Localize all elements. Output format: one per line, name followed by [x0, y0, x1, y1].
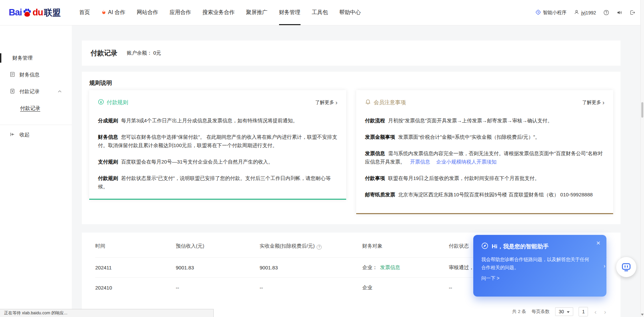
smart-miniprogram-link[interactable]: 智能小程序 [535, 9, 567, 16]
nav-right-cluster: 智能小程序 jyj1992 [535, 9, 635, 16]
cell-actual: 9001.83 [260, 257, 362, 277]
nav-label: 帮助中心 [339, 9, 361, 16]
invoice-open-info-link[interactable]: 开票信息 [410, 159, 430, 165]
small-taxpayer-notice-link[interactable]: 企业小规模纳税人开票须知 [436, 159, 496, 165]
rule-item: 付款事项联盟在每月19日之后签收的发票，付款时间安排在下个月首批支付。 [365, 174, 604, 182]
robot-icon [621, 261, 632, 273]
payment-rules-icon [98, 99, 104, 106]
nav-label: 应用合作 [170, 9, 191, 16]
username: jyj1992 [581, 10, 596, 15]
page-number-button[interactable]: 1 [579, 307, 588, 316]
rules-section-title: 规则说明 [89, 79, 613, 87]
balance-value: 0元 [153, 50, 161, 56]
speaker-icon[interactable] [616, 10, 622, 15]
nav-label: 搜索业务合作 [203, 9, 235, 16]
nav-item-website-cooperation[interactable]: 网站合作 [131, 0, 164, 25]
sidebar-item-finance-management[interactable]: 财务管理 [0, 50, 72, 66]
nav-item-toolkit[interactable]: 工具包 [306, 0, 334, 25]
next-page-button[interactable] [603, 309, 607, 315]
top-navigation: Bai du 联盟 首页 AI 合作 网站合作 应用合作 [0, 0, 644, 25]
chevron-right-icon [334, 100, 337, 106]
rule-item: 付款规则若付款状态显示“已支付”，说明联盟已安排了您的付款。支付后三个工作日内到… [98, 174, 337, 191]
rule-item: 发票信息需与系统内发票信息内容完全一致，否则无法支付。请根据发票信息页面中“百度… [365, 149, 604, 166]
cell-estimated: 9001.83 [176, 257, 260, 277]
logout-icon[interactable] [630, 10, 635, 15]
member-notes-card: 会员注意事项 了解更多 付款流程月初按“发票信息”页面开具发票→上传发票→邮寄发… [356, 90, 613, 214]
cell-entity: 企业：发票信息 [362, 257, 449, 277]
scrollbar-down-arrow[interactable] [641, 314, 644, 316]
rule-item: 财务信息您可以在财务信息中选择“保留付款”。 在此期间您产生的收入将在账户内进行… [98, 133, 337, 149]
page-header-card: 付款记录 账户余额： 0元 [82, 41, 621, 66]
cell-time: 202410 [95, 277, 176, 298]
nav-item-search-cooperation[interactable]: 搜索业务合作 [197, 0, 240, 25]
prev-page-button[interactable] [593, 309, 597, 315]
sidebar-item-finance-info[interactable]: 财务信息 [0, 66, 72, 83]
sidebar-label: 财务管理 [12, 55, 33, 61]
nav-item-ai-cooperation[interactable]: AI 合作 [96, 0, 131, 25]
balance-label: 账户余额： [127, 50, 152, 56]
miniprogram-icon [535, 9, 541, 16]
payment-rules-card: 付款规则 了解更多 分成规则每月第3或4个工作日产出上月分成信息及发票信息，如有… [89, 90, 346, 200]
rule-item: 邮寄纸质发票北京市海淀区西北旺东路10号院百度科技园5号楼 百度联盟财务组（收）… [365, 190, 604, 199]
miniprogram-label: 智能小程序 [543, 10, 567, 16]
rules-section: 规则说明 付款规则 了解更多 分成规则每月第3或4个工作 [82, 72, 621, 224]
nav-item-finance-management[interactable]: 财务管理 [273, 0, 306, 25]
assistant-popup: Hi，我是您的智能助手 我会帮助您诊断合作链路问题，以及解答您关于任何合作相关的… [473, 235, 606, 297]
learn-more-link[interactable]: 了解更多 [582, 100, 604, 106]
page-title: 付款记录 [91, 49, 117, 58]
sidebar-collapse-button[interactable]: 收起 [0, 126, 72, 143]
col-time: 时间 [95, 235, 176, 257]
rule-item: 付款流程月初按“发票信息”页面开具发票→上传发票→邮寄发票→审核→确认支付。 [365, 116, 604, 125]
learn-more-link[interactable]: 了解更多 [315, 100, 337, 106]
nav-label: 财务管理 [279, 9, 301, 16]
nav-item-home[interactable]: 首页 [73, 0, 96, 25]
finance-info-icon [10, 72, 15, 78]
fire-icon [101, 9, 106, 16]
question-circle-icon[interactable] [317, 245, 322, 250]
assistant-robot-button[interactable] [616, 257, 636, 277]
logo-text-bai: Bai [9, 7, 22, 18]
chevron-right-icon [601, 100, 604, 106]
chevron-up-icon [58, 90, 62, 93]
logo-text-union: 联盟 [44, 7, 61, 18]
baidu-union-logo[interactable]: Bai du 联盟 [9, 7, 61, 18]
user-account[interactable]: jyj1992 [574, 9, 596, 16]
sidebar: 财务管理 财务信息 付款记录 付款记录 收起 [0, 25, 72, 317]
page-size-select[interactable]: 30 [555, 307, 574, 316]
learn-more-label: 了解更多 [315, 100, 334, 106]
cell-time: 202411 [95, 257, 176, 277]
sidebar-label: 收起 [19, 132, 30, 138]
card-title: 付款规则 [107, 99, 128, 106]
nav-item-app-cooperation[interactable]: 应用合作 [164, 0, 197, 25]
assistant-title: Hi，我是您的智能助手 [492, 243, 549, 250]
nav-item-help-center[interactable]: 帮助中心 [334, 0, 367, 25]
vertical-scrollbar[interactable] [640, 0, 644, 317]
nav-item-screen-promotion[interactable]: 聚屏推广 [240, 0, 273, 25]
total-count: 共 2 条 [512, 309, 526, 315]
compass-icon [481, 242, 488, 251]
nav-label: 聚屏推广 [246, 9, 268, 16]
rule-item: 分成规则每月第3或4个工作日产出上月分成信息及发票信息，如有特殊情况将提前通知。 [98, 116, 337, 125]
rule-item: 发票金额事项发票票面“价税合计”金额=系统中“实收金额（扣除税费后/元）”。 [365, 133, 604, 141]
card-title: 会员注意事项 [374, 99, 406, 106]
sidebar-sublabel: 付款记录 [20, 105, 40, 112]
nav-label: AI 合作 [108, 9, 125, 16]
learn-more-label: 了解更多 [582, 100, 601, 106]
main-nav: 首页 AI 合作 网站合作 应用合作 搜索业务合作 聚屏推广 财务管理 工具包 … [73, 0, 367, 25]
invoice-info-link[interactable]: 发票信息 [380, 264, 400, 270]
cell-estimated: -- [176, 277, 260, 298]
cell-actual: -- [260, 277, 362, 298]
close-icon[interactable] [596, 239, 600, 247]
baidu-paw-icon [22, 8, 32, 18]
help-icon[interactable] [603, 10, 609, 15]
collapse-icon [10, 132, 15, 138]
nav-label: 网站合作 [137, 9, 158, 16]
ask-button[interactable]: 问一下 > [481, 275, 499, 281]
nav-label: 工具包 [312, 9, 328, 16]
logo-text-du: du [33, 7, 43, 18]
scrollbar-thumb[interactable] [641, 102, 643, 118]
sidebar-subitem-payment-records[interactable]: 付款记录 [0, 100, 72, 117]
sidebar-item-payment-records[interactable]: 付款记录 [0, 83, 72, 100]
chevron-down-icon [567, 311, 570, 313]
nav-label: 首页 [79, 9, 90, 16]
